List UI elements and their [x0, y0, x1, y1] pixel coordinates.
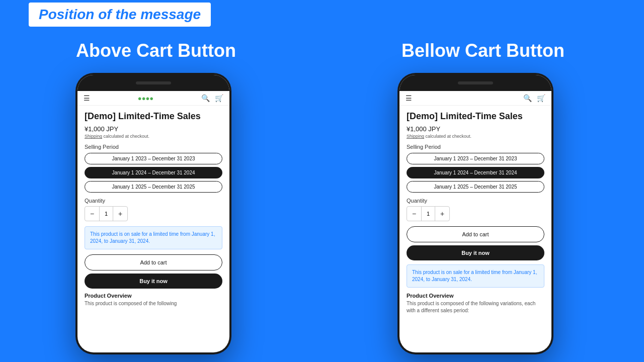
phone-frame-right: ☰ 🔍 🛒 [Demo] Limited-Time Sales ¥1,000 J… [397, 73, 553, 354]
phone-notch-right [399, 75, 551, 91]
nav-right-left: 🔍 🛒 [201, 94, 223, 102]
cart-icon-right[interactable]: 🛒 [537, 94, 545, 102]
selling-period-label-right: Selling Period [407, 144, 544, 150]
quantity-label-left: Quantity [85, 198, 222, 204]
product-price-left: ¥1,000 JPY [85, 125, 222, 133]
period-btn-2025-right[interactable]: January 1 2025 – December 31 2025 [407, 181, 544, 193]
phone-nav-right: ☰ 🔍 🛒 [399, 91, 551, 106]
product-overview-text-right: This product is composed of the followin… [407, 300, 544, 314]
period-btn-2024-left[interactable]: January 1 2024 – December 31 2024 [85, 167, 222, 178]
sale-message-left: This product is on sale for a limited ti… [85, 226, 222, 249]
menu-icon-right[interactable]: ☰ [406, 94, 412, 102]
phone-nav-left: ☰ ●●●● 🔍 🛒 [77, 91, 229, 106]
period-btn-2023-left[interactable]: January 1 2023 – December 31 2023 [85, 153, 222, 164]
sale-message-text-left: This product is on sale for a limited ti… [90, 231, 217, 245]
add-to-cart-btn-right[interactable]: Add to cart [407, 226, 544, 242]
shipping-link-left[interactable]: Shipping [85, 134, 102, 139]
product-overview-text-left: This product is composed of the followin… [85, 300, 222, 307]
cart-icon-left[interactable]: 🛒 [215, 94, 223, 102]
period-btn-2024-right[interactable]: January 1 2024 – December 31 2024 [407, 167, 544, 178]
shipping-text-left: Shipping calculated at checkout. [85, 134, 222, 139]
sale-message-right: This product is on sale for a limited ti… [407, 264, 544, 288]
notch-pill-left [136, 81, 171, 84]
period-btn-2025-left[interactable]: January 1 2025 – December 31 2025 [85, 181, 222, 193]
qty-increase-right[interactable]: + [435, 207, 449, 221]
period-btn-2023-right[interactable]: January 1 2023 – December 31 2023 [407, 153, 544, 164]
section-title-above: Above Cart Button [0, 40, 312, 61]
phone-above-cart: ☰ ●●●● 🔍 🛒 [Demo] Limited-Time Sales ¥1,… [75, 73, 231, 354]
buy-now-btn-left[interactable]: Buy it now [85, 274, 222, 289]
qty-increase-left[interactable]: + [113, 207, 127, 221]
phone-content-right: [Demo] Limited-Time Sales ¥1,000 JPY Shi… [399, 106, 551, 319]
product-title-right: [Demo] Limited-Time Sales [407, 111, 544, 122]
search-icon-left[interactable]: 🔍 [201, 94, 210, 102]
phone-notch-left [77, 75, 229, 91]
header-badge: Position of the message [29, 3, 211, 27]
qty-value-left: 1 [99, 207, 113, 221]
phone-screen-left: ☰ ●●●● 🔍 🛒 [Demo] Limited-Time Sales ¥1,… [77, 75, 229, 352]
nav-right-right: 🔍 🛒 [523, 94, 545, 102]
quantity-label-right: Quantity [407, 198, 544, 204]
sale-message-text-right: This product is on sale for a limited ti… [412, 269, 539, 283]
phone-below-cart: ☰ 🔍 🛒 [Demo] Limited-Time Sales ¥1,000 J… [397, 73, 553, 354]
shipping-link-right[interactable]: Shipping [407, 134, 424, 139]
search-icon-right[interactable]: 🔍 [523, 94, 532, 102]
phone-frame-left: ☰ ●●●● 🔍 🛒 [Demo] Limited-Time Sales ¥1,… [75, 73, 231, 354]
add-to-cart-btn-left[interactable]: Add to cart [85, 254, 222, 270]
menu-icon-left[interactable]: ☰ [84, 94, 90, 102]
notch-pill-right [458, 81, 493, 84]
product-title-left: [Demo] Limited-Time Sales [85, 111, 222, 122]
header-badge-text: Position of the message [39, 7, 201, 22]
quantity-control-left: − 1 + [85, 206, 128, 221]
period-options-left: January 1 2023 – December 31 2023 Januar… [85, 153, 222, 193]
phone-screen-right: ☰ 🔍 🛒 [Demo] Limited-Time Sales ¥1,000 J… [399, 75, 551, 352]
product-price-right: ¥1,000 JPY [407, 125, 544, 133]
qty-decrease-right[interactable]: − [407, 207, 421, 221]
selling-period-label-left: Selling Period [85, 144, 222, 150]
section-title-below: Bellow Cart Button [322, 40, 644, 61]
period-options-right: January 1 2023 – December 31 2023 Januar… [407, 153, 544, 193]
quantity-control-right: − 1 + [407, 206, 450, 221]
logo-left: ●●●● [138, 95, 153, 102]
buy-now-btn-right[interactable]: Buy it now [407, 245, 544, 260]
qty-decrease-left[interactable]: − [85, 207, 99, 221]
product-overview-title-right: Product Overview [407, 293, 544, 299]
qty-value-right: 1 [421, 207, 435, 221]
shipping-text-right: Shipping calculated at checkout. [407, 134, 544, 139]
product-overview-title-left: Product Overview [85, 293, 222, 299]
phone-content-left: [Demo] Limited-Time Sales ¥1,000 JPY Shi… [77, 106, 229, 312]
